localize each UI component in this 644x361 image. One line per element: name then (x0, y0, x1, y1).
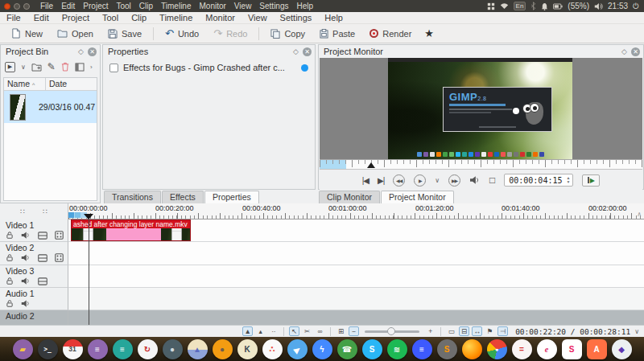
keyboard-layout-indicator[interactable]: En (514, 2, 526, 10)
dock-krita-icon[interactable]: K (237, 339, 258, 359)
effect-enable-checkbox[interactable] (109, 64, 118, 72)
global-menu-tool[interactable]: Tool (112, 2, 134, 10)
dock-e-editor-icon[interactable]: e (537, 339, 557, 359)
track-header-video3[interactable]: Video 3 (0, 265, 68, 288)
project-monitor-titlebar[interactable]: Project Monitor ◇ ✕ (319, 45, 643, 58)
hide-track-icon[interactable] (38, 232, 47, 240)
undo-button[interactable]: ↶Undo (159, 26, 205, 41)
tab-properties[interactable]: Properties (204, 191, 259, 203)
dock-firefox-icon[interactable] (462, 339, 482, 359)
play-options-dropdown-icon[interactable]: ∨ (435, 177, 440, 184)
track-menu-icon[interactable]: ∷ (20, 207, 25, 215)
dock-file-manager-icon[interactable]: ▰ (13, 339, 33, 359)
dock-sync-icon[interactable]: ↻ (138, 339, 158, 359)
kdenlive-tray-icon[interactable] (487, 2, 495, 10)
menu-timeline[interactable]: Timeline (153, 13, 199, 23)
zoom-in-button[interactable]: + (425, 326, 436, 336)
mute-track-icon[interactable] (21, 299, 31, 308)
toolbar-overflow-icon[interactable]: › (90, 64, 93, 71)
dock-chrome-icon[interactable]: ● (487, 339, 507, 359)
dock-text-editor-icon[interactable]: ≡ (88, 339, 108, 359)
lock-track-icon[interactable] (6, 299, 14, 308)
lock-track-icon[interactable] (6, 253, 14, 262)
track-effects-icon[interactable] (55, 253, 64, 262)
timeline-ruler[interactable]: 00:00:00:0000:00:20:0000:00:40:0000:01:0… (0, 203, 644, 219)
float-panel-icon[interactable]: ◇ (621, 47, 627, 55)
clip-properties-icon[interactable] (75, 63, 85, 72)
timecode-spinner[interactable]: ▲▼ (566, 176, 572, 184)
dock-notes-icon[interactable]: ≡ (113, 339, 133, 359)
zoom-slider-handle[interactable] (387, 327, 395, 335)
tab-project-monitor[interactable]: Project Monitor (381, 191, 454, 203)
favorite-star-icon[interactable]: ★ (419, 27, 439, 39)
wifi-icon[interactable] (500, 2, 509, 10)
show-marker-comments-button[interactable]: ⚑ (485, 326, 495, 336)
track-header-audio1[interactable]: Audio 1 (0, 288, 68, 310)
global-menu-project[interactable]: Project (79, 2, 112, 10)
dock-terminal-icon[interactable]: >_ (38, 339, 58, 359)
dock-settings-icon[interactable]: = (512, 339, 532, 359)
render-button[interactable]: Render (363, 27, 418, 40)
properties-titlebar[interactable]: Properties ◇ ✕ (103, 45, 315, 58)
dock-calendar-icon[interactable]: 31 (63, 339, 83, 359)
show-audio-thumbnails-button[interactable]: ⊟ (459, 326, 469, 336)
session-menu-icon[interactable]: ⏻ (633, 2, 639, 11)
dock-line-icon[interactable]: ☎ (337, 339, 357, 359)
monitor-video-area[interactable]: GIMP2.8 (320, 58, 642, 159)
global-menu-settings[interactable]: Settings (255, 2, 292, 10)
global-menu-monitor[interactable]: Monitor (196, 2, 230, 10)
track-menu-icon[interactable]: ∷ (43, 207, 47, 215)
column-date[interactable]: Date (46, 78, 97, 90)
monitor-volume-icon[interactable] (469, 175, 481, 185)
dock-sublime-text-icon[interactable]: S (437, 339, 457, 359)
track-lane-video2[interactable] (68, 242, 644, 265)
dock-photos-icon[interactable]: ▲ (188, 339, 208, 359)
track-lane-video1[interactable]: ashed after changing layer name.mkv (68, 219, 644, 242)
dock-skype-icon[interactable]: S (362, 339, 382, 359)
track-header-video1[interactable]: Video 1 (0, 219, 68, 242)
lock-track-icon[interactable] (6, 277, 14, 285)
close-panel-icon[interactable]: ✕ (303, 47, 312, 56)
minimize-window-button[interactable] (14, 3, 20, 10)
create-folder-icon[interactable] (31, 63, 42, 72)
new-button[interactable]: New (5, 27, 49, 40)
float-panel-icon[interactable]: ◇ (293, 47, 299, 55)
track-effects-icon[interactable] (55, 231, 64, 240)
float-panel-icon[interactable]: ◇ (78, 47, 84, 55)
fit-track-height-button[interactable]: ↔ (472, 326, 482, 336)
project-bin-titlebar[interactable]: Project Bin ◇ ✕ (1, 45, 100, 58)
zoom-fit-button[interactable]: ⊞ (336, 326, 346, 336)
menu-file[interactable]: File (0, 13, 27, 23)
menu-help[interactable]: Help (318, 13, 349, 23)
show-markers-button[interactable]: ∙∙ (268, 326, 279, 336)
dock-messenger-icon[interactable]: ϟ (312, 339, 332, 359)
spacer-tool-button[interactable]: ∞ (315, 326, 325, 336)
menu-view[interactable]: View (242, 13, 274, 23)
hide-track-icon[interactable] (38, 277, 47, 285)
monitor-seek-ruler[interactable] (320, 159, 642, 170)
global-menu-help[interactable]: Help (293, 2, 318, 10)
battery-icon[interactable] (553, 3, 563, 10)
info-icon[interactable] (301, 64, 308, 72)
tab-effects[interactable]: Effects (162, 191, 204, 203)
add-clip-button[interactable]: ▶ (5, 62, 15, 72)
track-lane-audio1[interactable] (68, 288, 644, 310)
dock-plugin-icon[interactable]: ◆ (612, 339, 632, 359)
dock-screenshot-icon[interactable]: ● (163, 339, 183, 359)
notifications-bell-icon[interactable] (541, 2, 548, 10)
global-menu-clip[interactable]: Clip (135, 2, 157, 10)
maximize-window-button[interactable] (23, 3, 30, 10)
timeline-playhead-line[interactable] (89, 219, 89, 325)
dock-gimp-icon[interactable]: ● (213, 339, 233, 359)
add-clip-dropdown-icon[interactable]: ∨ (21, 64, 26, 71)
snap-button[interactable]: ⊣ (497, 326, 508, 336)
track-header-audio2[interactable]: Audio 2 (0, 310, 68, 325)
timeline-playhead-handle[interactable] (84, 214, 93, 219)
dock-spotify-icon[interactable]: ≋ (387, 339, 407, 359)
close-panel-icon[interactable]: ✕ (88, 47, 97, 56)
split-audio-video-button[interactable]: ▲ (242, 326, 253, 336)
menu-monitor[interactable]: Monitor (199, 13, 242, 23)
play-button[interactable]: ▶ (414, 174, 426, 187)
edit-clip-icon[interactable]: ✎ (47, 61, 56, 72)
open-button[interactable]: Open (51, 27, 100, 40)
